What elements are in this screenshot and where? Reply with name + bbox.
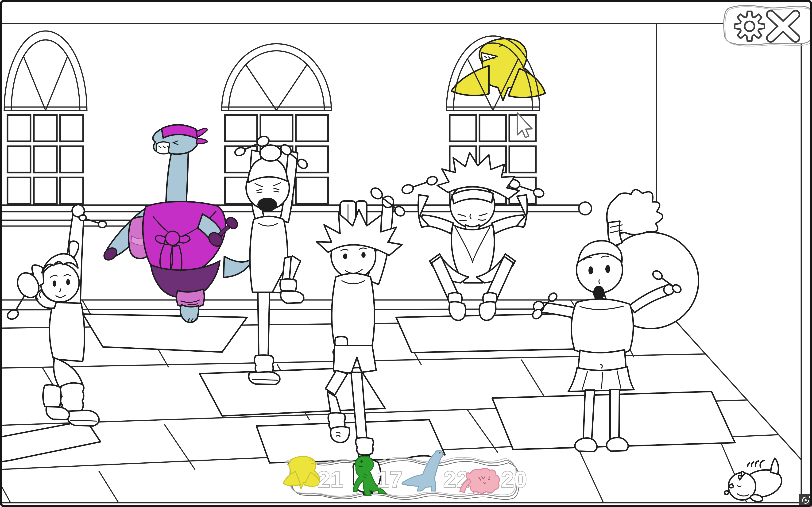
character-baby-dino[interactable]: [725, 458, 784, 503]
count-triceratops: 20: [501, 467, 527, 492]
character-boy-spiky[interactable]: [317, 186, 406, 458]
settings-button[interactable]: [735, 11, 765, 41]
count-pterodactyl: 21: [318, 467, 344, 492]
coloring-canvas[interactable]: 21 17 22 20: [0, 0, 812, 507]
settings-panel: [724, 5, 812, 47]
count-t-rex: 17: [377, 467, 403, 492]
window-left[interactable]: [0, 31, 93, 210]
